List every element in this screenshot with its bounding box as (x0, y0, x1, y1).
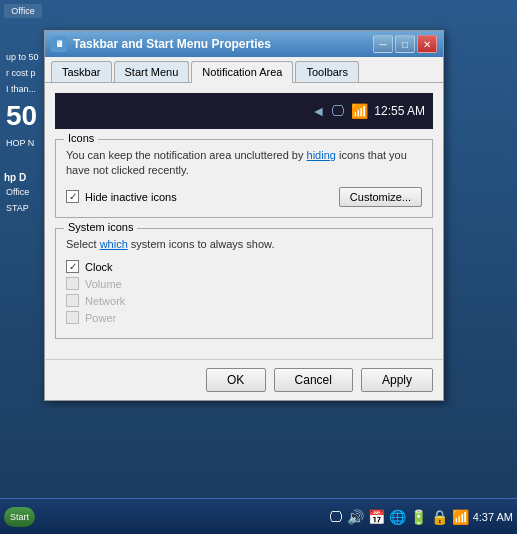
volume-label: Volume (85, 278, 122, 290)
desktop-office2: Office (4, 185, 42, 199)
dialog-title: Taskbar and Start Menu Properties (73, 37, 271, 51)
power-item: Power (66, 311, 422, 324)
network-item: Network (66, 294, 422, 307)
taskbar-icon-4: 🌐 (389, 509, 406, 525)
tab-toolbars[interactable]: Toolbars (295, 61, 359, 82)
system-info-part1: Select (66, 238, 97, 250)
notification-preview-bar: ◄ 🖵 📶 12:55 AM (55, 93, 433, 129)
minimize-button[interactable]: ─ (373, 35, 393, 53)
buttons-row: OK Cancel Apply (45, 359, 443, 400)
system-icons-group: System icons Select which system icons t… (55, 228, 433, 339)
customize-button[interactable]: Customize... (339, 187, 422, 207)
network-checkbox[interactable] (66, 294, 79, 307)
preview-arrow-icon: ◄ (311, 103, 325, 119)
apply-button[interactable]: Apply (361, 368, 433, 392)
hide-inactive-checkbox[interactable] (66, 190, 79, 203)
network-label: Network (85, 295, 125, 307)
desktop-promo3: I than... (4, 82, 42, 96)
desktop-shop: HOP N (4, 136, 42, 150)
taskbar-time: 4:37 AM (473, 511, 513, 523)
hide-inactive-row: Hide inactive icons Customize... (66, 187, 422, 207)
taskbar-right: 🖵 🔊 📅 🌐 🔋 🔒 📶 4:37 AM (329, 509, 513, 525)
hide-inactive-checkbox-row: Hide inactive icons (66, 190, 177, 203)
system-info-part2: system icons to always show. (131, 238, 275, 250)
preview-time: 12:55 AM (374, 104, 425, 118)
system-icon-list: Clock Volume Network Power (66, 260, 422, 324)
icons-info-text: You can keep the notification area unclu… (66, 148, 422, 179)
preview-network-icon: 📶 (351, 103, 368, 119)
clock-item: Clock (66, 260, 422, 273)
desktop-sidebar: Office up to 50 r cost p I than... 50 HO… (0, 0, 46, 480)
title-bar: 🖥 Taskbar and Start Menu Properties ─ □ … (45, 31, 443, 57)
power-label: Power (85, 312, 116, 324)
volume-item: Volume (66, 277, 422, 290)
tab-bar: Taskbar Start Menu Notification Area Too… (45, 57, 443, 83)
volume-checkbox[interactable] (66, 277, 79, 290)
taskbar-icon-5: 🔋 (410, 509, 427, 525)
cancel-button[interactable]: Cancel (274, 368, 353, 392)
clock-label: Clock (85, 261, 113, 273)
taskbar-left: Start (4, 507, 35, 527)
hide-inactive-label: Hide inactive icons (85, 191, 177, 203)
desktop-hp-logo: hp D (4, 172, 42, 183)
icons-group-label: Icons (64, 132, 98, 144)
start-button[interactable]: Start (4, 507, 35, 527)
icons-info-part1: You can keep the notification area unclu… (66, 149, 303, 161)
title-bar-controls: ─ □ ✕ (373, 35, 437, 53)
desktop-promo2: r cost p (4, 66, 42, 80)
icons-group: Icons You can keep the notification area… (55, 139, 433, 218)
power-checkbox[interactable] (66, 311, 79, 324)
maximize-button[interactable]: □ (395, 35, 415, 53)
taskbar-icon-6: 🔒 (431, 509, 448, 525)
title-bar-left: 🖥 Taskbar and Start Menu Properties (51, 36, 271, 52)
tab-taskbar[interactable]: Taskbar (51, 61, 112, 82)
dialog-content: ◄ 🖵 📶 12:55 AM Icons You can keep the no… (45, 83, 443, 359)
dialog-icon: 🖥 (51, 36, 67, 52)
taskbar-icon-2: 🔊 (347, 509, 364, 525)
ok-button[interactable]: OK (206, 368, 266, 392)
system-icons-info: Select which system icons to always show… (66, 237, 422, 252)
which-link[interactable]: which (100, 238, 128, 250)
hiding-link[interactable]: hiding (307, 149, 336, 161)
taskbar-icon-3: 📅 (368, 509, 385, 525)
tab-start-menu[interactable]: Start Menu (114, 61, 190, 82)
desktop-promo-text: up to 50 (4, 50, 42, 64)
clock-checkbox[interactable] (66, 260, 79, 273)
system-icons-group-label: System icons (64, 221, 137, 233)
taskbar-icon-1: 🖵 (329, 509, 343, 525)
close-button[interactable]: ✕ (417, 35, 437, 53)
taskbar-icon-7: 📶 (452, 509, 469, 525)
desktop-stap: STAP (4, 201, 42, 215)
preview-monitor-icon: 🖵 (331, 103, 345, 119)
tab-notification-area[interactable]: Notification Area (191, 61, 293, 83)
taskbar: Start 🖵 🔊 📅 🌐 🔋 🔒 📶 4:37 AM (0, 498, 517, 534)
desktop-number: 50 (4, 98, 42, 134)
taskbar-properties-dialog: 🖥 Taskbar and Start Menu Properties ─ □ … (44, 30, 444, 401)
desktop-office-label: Office (4, 4, 42, 18)
